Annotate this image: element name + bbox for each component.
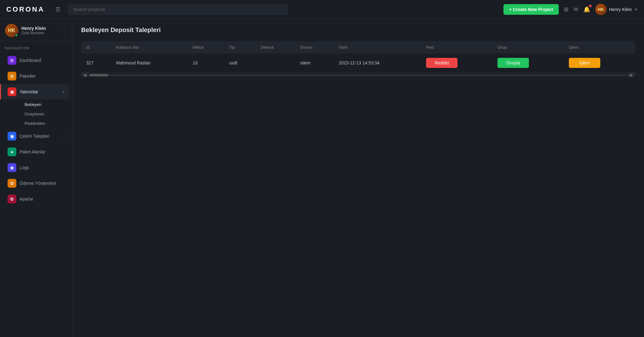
cell-miktar: 10	[188, 53, 224, 73]
user-menu[interactable]: HK Henry Klein ▼	[595, 4, 638, 15]
cell-tarih: 2023-12-13 14:53:34	[334, 53, 421, 73]
cell-islem[interactable]: İşlem	[564, 53, 635, 73]
reddet-button[interactable]: Reddet	[426, 58, 458, 68]
col-red: Red	[421, 41, 492, 53]
col-tarih: Tarih	[334, 41, 421, 53]
islem-button[interactable]: İşlem	[569, 58, 600, 68]
cell-tip: usdt	[224, 53, 256, 73]
sidebar-item-yatirimlar[interactable]: ▣ Yatırımlar ▾	[0, 84, 69, 99]
cell-dekont	[256, 53, 295, 73]
col-dekont: Dekont	[256, 41, 295, 53]
hamburger-icon[interactable]: ☰	[53, 5, 63, 14]
profile-avatar: HK	[5, 24, 18, 37]
grid-icon[interactable]: ⊞	[564, 6, 569, 13]
table-scrollbar: ◀ ▶	[81, 73, 635, 77]
sidebar-item-cekim[interactable]: ▣ Çekim Talepleri ›	[3, 129, 69, 144]
cell-onay[interactable]: Onayla	[492, 53, 564, 73]
table-header-row: id Kullanıcı Adı Miktar Tip Dekont Durum…	[81, 41, 635, 53]
sidebar-item-ayarlar-label: Ayarlar	[19, 196, 64, 202]
scroll-left-button[interactable]: ◀	[81, 73, 89, 77]
col-kullanici-adi: Kullanıcı Adı	[111, 41, 188, 53]
cekim-chevron-icon: ›	[63, 134, 64, 138]
sidebar-item-logs-label: Logs	[19, 165, 64, 170]
table-row: 327 Mahmoud Raslan 10 usdt islem 2023-12…	[81, 53, 635, 73]
sidebar-item-yatirimlar-label: Yatırımlar	[19, 89, 59, 94]
sidebar-item-ayarlar[interactable]: ✿ Ayarlar	[3, 191, 69, 207]
col-onay: Onay	[492, 41, 564, 53]
sidebar-item-paketler[interactable]: ⊞ Paketler	[3, 69, 69, 84]
sidebar-item-dashboard[interactable]: ⊞ Dashboard	[3, 53, 69, 68]
yatirimlar-icon: ▣	[8, 87, 16, 96]
sidebar-subitem-reddedilen[interactable]: Reddedilen	[19, 119, 69, 128]
navbar-avatar: HK	[595, 4, 607, 15]
onayla-button[interactable]: Onayla	[497, 58, 529, 68]
profile-role: Gold Member	[21, 31, 58, 35]
bell-icon[interactable]: 🔔	[583, 6, 590, 13]
cell-red[interactable]: Reddet	[421, 53, 492, 73]
profile-info: Henry Klein Gold Member	[21, 26, 58, 35]
sidebar-item-odeme-label: Ödeme Yöntemleri	[19, 181, 64, 186]
yatirimlar-chevron-icon: ▾	[63, 90, 64, 94]
sidebar: HK Henry Klein Gold Member ⋮ Navigation …	[0, 19, 72, 337]
scroll-thumb	[89, 74, 108, 76]
sidebar-item-dashboard-label: Dashboard	[19, 58, 64, 63]
navbar-username: Henry Klein	[609, 7, 632, 12]
yatirimlar-subnav: Bekleyen Onaylanan Reddedilen	[0, 100, 72, 128]
scroll-track[interactable]	[89, 74, 627, 76]
profile-menu-icon[interactable]: ⋮	[61, 27, 67, 34]
nav-right: + Create New Project ⊞ ✉ 🔔 HK Henry Klei…	[503, 4, 638, 15]
sidebar-item-paketler-label: Paketler	[19, 74, 64, 79]
col-miktar: Miktar	[188, 41, 224, 53]
profile-name: Henry Klein	[21, 26, 58, 31]
mail-icon[interactable]: ✉	[574, 6, 578, 13]
deposit-table-container: id Kullanıcı Adı Miktar Tip Dekont Durum…	[81, 41, 635, 77]
search-input[interactable]	[68, 4, 288, 15]
odeme-icon: ✿	[8, 179, 16, 188]
main-layout: HK Henry Klein Gold Member ⋮ Navigation …	[0, 19, 644, 337]
cell-durum: islem	[295, 53, 334, 73]
deposit-table: id Kullanıcı Adı Miktar Tip Dekont Durum…	[81, 41, 635, 73]
sidebar-item-paket-alanlar[interactable]: ● Paket Alanlar	[3, 144, 69, 159]
notification-badge	[589, 5, 591, 7]
nav-section-label: Navigation	[0, 41, 72, 52]
cekim-icon: ▣	[8, 132, 16, 141]
cell-id: 327	[81, 53, 111, 73]
sidebar-item-logs[interactable]: ◉ Logs	[3, 160, 69, 175]
navbar: CORONA ☰ + Create New Project ⊞ ✉ 🔔 HK H…	[0, 0, 644, 19]
sidebar-item-cekim-label: Çekim Talepleri	[19, 134, 60, 139]
sidebar-subitem-onaylanan[interactable]: Onaylanan	[19, 109, 69, 119]
page-title: Bekleyen Deposit Talepleri	[81, 26, 635, 34]
scroll-right-button[interactable]: ▶	[628, 73, 635, 77]
create-project-button[interactable]: + Create New Project	[503, 4, 559, 15]
main-content: Bekleyen Deposit Talepleri id Kullanıcı …	[72, 19, 644, 337]
logs-icon: ◉	[8, 163, 16, 172]
sidebar-item-odeme[interactable]: ✿ Ödeme Yöntemleri	[3, 176, 69, 191]
col-islem: İşlem	[564, 41, 635, 53]
cell-kullanici-adi: Mahmoud Raslan	[111, 53, 188, 73]
ayarlar-icon: ✿	[8, 195, 16, 203]
col-durum: Durum	[295, 41, 334, 53]
app-logo: CORONA	[6, 5, 45, 14]
sidebar-item-paket-alanlar-label: Paket Alanlar	[19, 149, 64, 154]
col-id: id	[81, 41, 111, 53]
dashboard-icon: ⊞	[8, 56, 16, 65]
chevron-down-icon: ▼	[634, 8, 638, 11]
paket-alanlar-icon: ●	[8, 147, 16, 156]
sidebar-user-profile: HK Henry Klein Gold Member ⋮	[0, 19, 72, 41]
sidebar-subitem-bekleyen[interactable]: Bekleyen	[19, 100, 69, 109]
online-indicator	[15, 34, 18, 37]
col-tip: Tip	[224, 41, 256, 53]
paketler-icon: ⊞	[8, 72, 16, 80]
